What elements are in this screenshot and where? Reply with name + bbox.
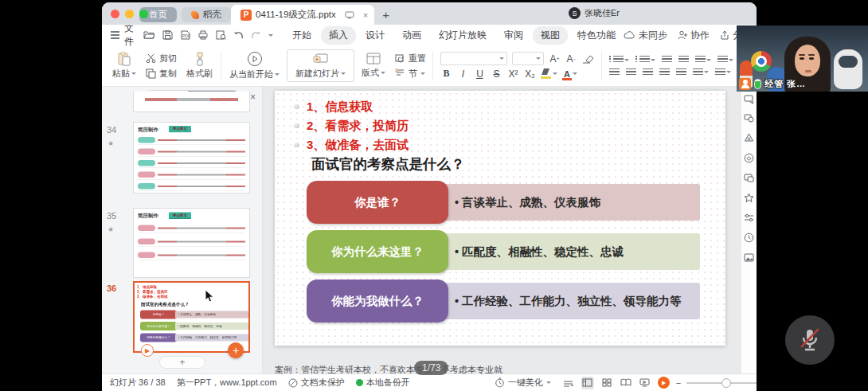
slide-editor: 1、信息获取2、看需求，投简历3、做准备，去面试 面试官的考察点是什么？ • 言… <box>263 87 741 373</box>
increase-font-button[interactable]: A⁺ <box>549 53 561 65</box>
redo-icon[interactable] <box>251 31 261 40</box>
new-tab-button[interactable]: + <box>382 8 389 22</box>
normal-view-button[interactable] <box>581 377 594 389</box>
font-color-button[interactable]: A <box>562 69 577 79</box>
ribbon-tab[interactable]: 开始 <box>284 26 319 45</box>
view-controls: − + 89 % <box>562 377 757 389</box>
superscript-button[interactable]: X² <box>507 68 519 80</box>
format-painter-button[interactable]: 格式刷 <box>181 47 218 84</box>
align-left-button[interactable] <box>609 68 620 76</box>
copy-button[interactable]: 复制 <box>146 68 177 80</box>
webcam-video[interactable]: 经管 张… <box>737 25 868 92</box>
ribbon-tab[interactable]: 特色功能 <box>569 26 624 45</box>
increase-indent-button[interactable] <box>678 56 689 64</box>
font-size-select[interactable] <box>512 52 544 65</box>
slide-canvas[interactable]: 1、信息获取2、看需求，投简历3、做准备，去面试 面试官的考察点是什么？ • 言… <box>275 91 725 346</box>
ribbon-tab[interactable]: 动画 <box>394 26 429 45</box>
close-window-button[interactable] <box>111 10 119 18</box>
slide-sorter-button[interactable] <box>600 377 613 389</box>
zoom-slider-knob[interactable] <box>721 378 731 388</box>
file-menu[interactable]: 文件 <box>110 22 134 49</box>
columns-button[interactable] <box>693 68 709 76</box>
bullet-list-button[interactable] <box>609 56 629 64</box>
ribbon-tab[interactable]: 审阅 <box>496 26 531 45</box>
tab-document-label: 0411-19级交流.pptx <box>256 9 336 21</box>
align-right-button[interactable] <box>643 68 653 76</box>
slide-thumbnail-35[interactable]: 简历制作 要点提示 <box>133 208 250 278</box>
slide-thumbnail-34[interactable]: 简历制作 要点提示 <box>133 122 250 194</box>
strikethrough-button[interactable]: S <box>491 68 502 80</box>
new-slide-button[interactable]: 新建幻灯片 <box>287 49 354 82</box>
decrease-indent-button[interactable] <box>662 56 672 64</box>
minimize-window-button[interactable] <box>125 10 134 18</box>
thumb-add-slide-button[interactable]: + <box>228 342 244 358</box>
paragraph-more-button[interactable] <box>715 68 731 76</box>
image-pane-icon[interactable] <box>744 253 754 262</box>
layout-button[interactable]: 版式 <box>356 47 391 84</box>
zoom-out-button[interactable]: − <box>676 378 681 388</box>
zoom-slider[interactable] <box>686 382 757 384</box>
clear-format-icon[interactable] <box>582 54 594 64</box>
font-family-select[interactable] <box>440 52 507 65</box>
section-button[interactable]: 节 <box>395 68 426 80</box>
docer-resources-icon[interactable] <box>744 153 754 163</box>
line-spacing-button[interactable] <box>695 56 711 64</box>
highlight-button[interactable] <box>541 68 557 79</box>
thumb-play-button[interactable]: ▶ <box>141 344 154 357</box>
text-align-menu-button[interactable] <box>717 56 733 64</box>
slide-thumbnail-36-selected[interactable]: 1、信息获取2、看需求，投简历3、做准备，去面试 面试官的考察点是什么？ 你是谁… <box>133 281 250 353</box>
present-tab-icon[interactable] <box>345 11 354 19</box>
qat-more-icon[interactable] <box>268 34 273 39</box>
tab-docer[interactable]: 稻壳 <box>182 7 231 22</box>
selection-pane-icon[interactable] <box>744 114 754 123</box>
paste-button[interactable]: 粘贴 <box>107 47 142 84</box>
smart-effects-icon[interactable] <box>744 193 754 203</box>
reset-button[interactable]: 重置 <box>395 53 426 65</box>
properties-icon[interactable] <box>744 213 754 222</box>
ribbon-tab[interactable]: 设计 <box>358 26 393 45</box>
cut-button[interactable]: 剪切 <box>146 53 177 65</box>
slideshow-view-button[interactable] <box>639 377 651 389</box>
beautify-button[interactable]: 一键美化 <box>495 377 551 389</box>
save-icon[interactable] <box>162 30 173 40</box>
sync-status[interactable]: 未同步 <box>624 29 667 42</box>
print-preview-icon[interactable] <box>216 30 226 40</box>
play-from-current-button[interactable]: 从当前开始 <box>224 47 285 84</box>
ribbon-tab[interactable]: 插入 <box>321 26 356 45</box>
traffic-lights <box>111 10 148 18</box>
ribbon-tab[interactable]: 视图 <box>533 26 568 45</box>
mute-microphone-button[interactable] <box>785 315 835 365</box>
tab-document[interactable]: P 0411-19级交流.pptx × <box>231 5 374 25</box>
add-slide-button[interactable]: + <box>159 356 205 369</box>
document-protection-status[interactable]: 文档未保护 <box>288 377 345 389</box>
animation-pane-icon[interactable] <box>744 95 754 104</box>
slide-assistant-icon[interactable] <box>744 174 754 182</box>
close-tab-icon[interactable]: × <box>363 10 368 20</box>
reading-view-button[interactable] <box>620 377 632 389</box>
notes-toggle-button[interactable] <box>562 377 575 389</box>
subscript-button[interactable]: X₂ <box>524 68 536 80</box>
distribute-button[interactable] <box>676 68 686 76</box>
file-menu-label: 文件 <box>124 22 134 49</box>
panel-close-icon[interactable]: × <box>250 92 256 103</box>
bold-button[interactable]: B <box>440 68 452 80</box>
ribbon-tab[interactable]: 幻灯片放映 <box>431 26 495 45</box>
italic-button[interactable]: I <box>457 68 469 80</box>
slideshow-play-button[interactable] <box>658 377 670 389</box>
account-area[interactable]: S 张晓佳Er <box>569 7 620 19</box>
open-icon[interactable] <box>143 30 155 40</box>
underline-button[interactable]: U <box>474 68 486 80</box>
slide-thumbnail-partial[interactable] <box>133 92 250 112</box>
print-icon[interactable] <box>197 30 209 40</box>
numbered-list-button[interactable] <box>635 56 655 64</box>
align-center-button[interactable] <box>626 68 636 76</box>
decrease-font-button[interactable]: A⁻ <box>565 53 577 65</box>
zoom-window-button[interactable] <box>139 10 148 18</box>
collaborate-button[interactable]: 协作 <box>678 29 710 42</box>
history-icon[interactable] <box>744 233 754 243</box>
undo-icon[interactable] <box>233 31 244 40</box>
local-backup-status[interactable]: 本地备份开 <box>356 377 410 389</box>
justify-button[interactable] <box>659 68 670 76</box>
export-pdf-icon[interactable]: PDF <box>180 30 190 40</box>
ai-assistant-icon[interactable] <box>744 133 754 143</box>
